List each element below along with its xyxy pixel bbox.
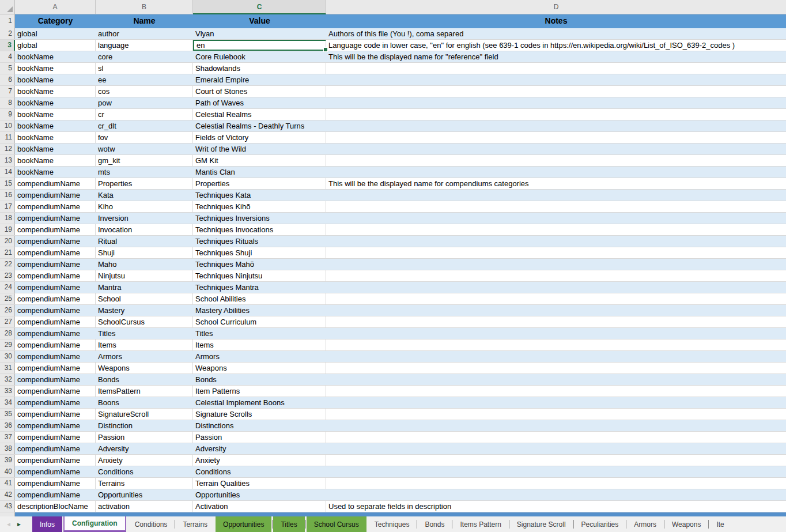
row-header-4[interactable]: 4 — [0, 51, 15, 62]
cell-C22[interactable]: Techniques Mahõ — [193, 259, 326, 270]
cell-A9[interactable]: bookName — [15, 109, 96, 120]
cell-B3[interactable]: language — [96, 40, 193, 51]
row-header-24[interactable]: 24 — [0, 282, 15, 293]
next-sheet-arrow-icon[interactable]: ► — [14, 521, 24, 527]
cell-B4[interactable]: core — [96, 51, 193, 62]
cell-A4[interactable]: bookName — [15, 51, 96, 62]
cell-B38[interactable]: Adversity — [96, 443, 193, 454]
row-header-38[interactable]: 38 — [0, 443, 15, 454]
cell-A42[interactable]: compendiumName — [15, 489, 96, 500]
cell-B19[interactable]: Invocation — [96, 224, 193, 235]
row-header-25[interactable]: 25 — [0, 293, 15, 304]
cell-C1[interactable]: Value — [193, 14, 326, 28]
cell-A23[interactable]: compendiumName — [15, 270, 96, 281]
cell-B18[interactable]: Inversion — [96, 213, 193, 224]
cell-C41[interactable]: Terrain Qualities — [193, 478, 326, 489]
cell-C10[interactable]: Celestial Realms - Deathly Turns — [193, 120, 326, 131]
cell-B9[interactable]: cr — [96, 109, 193, 120]
row-header-18[interactable]: 18 — [0, 213, 15, 224]
row-header-30[interactable]: 30 — [0, 351, 15, 362]
cell-A22[interactable]: compendiumName — [15, 259, 96, 270]
row-header-15[interactable]: 15 — [0, 178, 15, 189]
cell-D23[interactable] — [326, 270, 786, 281]
cell-A39[interactable]: compendiumName — [15, 455, 96, 466]
sheet-tab-ite[interactable]: Ite — [709, 516, 731, 532]
cell-C28[interactable]: Titles — [193, 328, 326, 339]
cell-D14[interactable] — [326, 167, 786, 178]
prev-sheet-arrow-icon[interactable]: ◄ — [3, 521, 14, 527]
cell-C26[interactable]: Mastery Abilities — [193, 305, 326, 316]
cell-B35[interactable]: SignatureScroll — [96, 409, 193, 420]
cell-D42[interactable] — [326, 489, 786, 500]
cell-B21[interactable]: Shuji — [96, 247, 193, 258]
cell-D3[interactable]: Language code in lower case, "en" for en… — [326, 40, 786, 51]
cell-C7[interactable]: Court of Stones — [193, 86, 326, 97]
cell-D2[interactable]: Authors of this file (You !), coma separ… — [326, 28, 786, 39]
cell-A10[interactable]: bookName — [15, 120, 96, 131]
cell-D17[interactable] — [326, 201, 786, 212]
sheet-tab-titles[interactable]: Titles — [273, 516, 304, 532]
cell-B26[interactable]: Mastery — [96, 305, 193, 316]
cell-D10[interactable] — [326, 120, 786, 131]
cell-A27[interactable]: compendiumName — [15, 316, 96, 327]
cell-B42[interactable]: Opportunities — [96, 489, 193, 500]
cell-A32[interactable]: compendiumName — [15, 374, 96, 385]
cell-C17[interactable]: Techniques Kihõ — [193, 201, 326, 212]
cell-C6[interactable]: Emerald Empire — [193, 74, 326, 85]
cell-B43[interactable]: activation — [96, 501, 193, 512]
cell-D9[interactable] — [326, 109, 786, 120]
cell-A5[interactable]: bookName — [15, 63, 96, 74]
row-header-10[interactable]: 10 — [0, 120, 15, 131]
cell-B34[interactable]: Boons — [96, 397, 193, 408]
cell-B24[interactable]: Mantra — [96, 282, 193, 293]
cell-A29[interactable]: compendiumName — [15, 339, 96, 350]
cell-B2[interactable]: author — [96, 28, 193, 39]
cell-B33[interactable]: ItemsPattern — [96, 386, 193, 397]
cell-A41[interactable]: compendiumName — [15, 478, 96, 489]
cell-B17[interactable]: Kiho — [96, 201, 193, 212]
cell-A33[interactable]: compendiumName — [15, 386, 96, 397]
cell-D30[interactable] — [326, 351, 786, 362]
cell-C15[interactable]: Properties — [193, 178, 326, 189]
cell-B29[interactable]: Items — [96, 339, 193, 350]
cell-D6[interactable] — [326, 74, 786, 85]
cell-A11[interactable]: bookName — [15, 132, 96, 143]
cell-D19[interactable] — [326, 224, 786, 235]
cell-B30[interactable]: Armors — [96, 351, 193, 362]
cell-D4[interactable]: This will be the displayed name for "ref… — [326, 51, 786, 62]
cell-D41[interactable] — [326, 478, 786, 489]
sheet-tab-armors[interactable]: Armors — [626, 516, 664, 532]
cell-A37[interactable]: compendiumName — [15, 432, 96, 443]
cell-C11[interactable]: Fields of Victory — [193, 132, 326, 143]
row-header-31[interactable]: 31 — [0, 363, 15, 373]
cell-D12[interactable] — [326, 144, 786, 154]
cell-A26[interactable]: compendiumName — [15, 305, 96, 316]
row-header-16[interactable]: 16 — [0, 190, 15, 201]
row-header-43[interactable]: 43 — [0, 501, 15, 512]
cell-A2[interactable]: global — [15, 28, 96, 39]
cell-B32[interactable]: Bonds — [96, 374, 193, 385]
row-header-11[interactable]: 11 — [0, 132, 15, 143]
cell-D11[interactable] — [326, 132, 786, 143]
sheet-tab-techniques[interactable]: Techniques — [367, 516, 417, 532]
row-header-34[interactable]: 34 — [0, 397, 15, 408]
cell-A21[interactable]: compendiumName — [15, 247, 96, 258]
cell-C13[interactable]: GM Kit — [193, 155, 326, 166]
row-header-12[interactable]: 12 — [0, 144, 15, 154]
cell-C25[interactable]: School Abilities — [193, 293, 326, 304]
cell-A17[interactable]: compendiumName — [15, 201, 96, 212]
sheet-tab-signature-scroll[interactable]: Signature Scroll — [509, 516, 573, 532]
cell-D35[interactable] — [326, 409, 786, 420]
sheet-tab-items-pattern[interactable]: Items Pattern — [452, 516, 508, 532]
row-header-33[interactable]: 33 — [0, 386, 15, 397]
cell-A18[interactable]: compendiumName — [15, 213, 96, 224]
sheet-tab-weapons[interactable]: Weapons — [664, 516, 708, 532]
cell-D20[interactable] — [326, 236, 786, 247]
cell-B1[interactable]: Name — [96, 14, 193, 28]
row-header-40[interactable]: 40 — [0, 466, 15, 477]
cell-A14[interactable]: bookName — [15, 167, 96, 178]
cell-C2[interactable]: Vlyan — [193, 28, 326, 39]
cell-B37[interactable]: Passion — [96, 432, 193, 443]
row-header-35[interactable]: 35 — [0, 409, 15, 420]
cell-D29[interactable] — [326, 339, 786, 350]
